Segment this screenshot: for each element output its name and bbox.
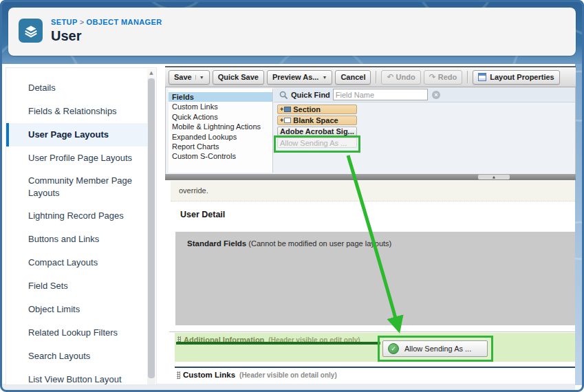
sidebar-item-object-limits[interactable]: Object Limits [6, 298, 149, 321]
standard-fields-text: Standard Fields (Cannot be modified on u… [187, 239, 391, 248]
dropped-field-label: Allow Sending As ... [404, 345, 471, 353]
plus-icon: + [280, 117, 283, 124]
sidebar-item-fields-relationships[interactable]: Fields & Relationships [6, 100, 149, 123]
sidebar-item-details[interactable]: Details [6, 76, 149, 100]
save-label: Save [174, 73, 192, 81]
undo-icon: ↶ [387, 74, 393, 80]
layout-editor-toolbar: Save ▼ Quick Save Preview As... ▼ Cancel… [165, 66, 576, 87]
dropped-field-allow-sending-as[interactable]: ✓ Allow Sending As ... [382, 340, 488, 357]
palette-item-section[interactable]: + Section [277, 105, 357, 114]
custom-links-note: (Header visible on detail only) [239, 371, 337, 379]
preview-as-button[interactable]: Preview As... ▼ [267, 70, 332, 85]
quick-save-button[interactable]: Quick Save [213, 70, 264, 85]
cancel-button[interactable]: Cancel [335, 70, 371, 85]
palette-collapse-bar: ▲ [165, 174, 576, 180]
sidebar-item-user-profile-page-layouts[interactable]: User Profile Page Layouts [6, 146, 149, 170]
custom-links-title: Custom Links [183, 371, 235, 379]
layout-properties-label: Layout Properties [490, 73, 554, 81]
breadcrumb-object-manager-link[interactable]: OBJECT MANAGER [87, 18, 162, 26]
undo-label: Undo [396, 73, 415, 81]
object-manager-sidebar: DetailsFields & RelationshipsUser Page L… [6, 67, 157, 385]
quick-find-input[interactable] [333, 89, 428, 100]
palette-category-mobile-lightning-actions[interactable]: Mobile & Lightning Actions [169, 122, 272, 131]
preview-as-dropdown-icon[interactable]: ▼ [322, 75, 327, 80]
annotation-highlight-box-drop: ✓ Allow Sending As ... [378, 336, 493, 362]
layout-properties-icon [478, 73, 486, 81]
sidebar-item-search-layouts[interactable]: Search Layouts [6, 345, 149, 368]
save-button[interactable]: Save ▼ [169, 70, 210, 85]
additional-information-section: Additional Information (Header visible o… [175, 333, 575, 362]
clear-search-icon[interactable]: × [432, 91, 440, 99]
cancel-label: Cancel [340, 73, 365, 81]
layout-section-title: User Detail [180, 210, 225, 219]
background-right-strip [575, 64, 584, 385]
drag-handle-icon[interactable] [177, 371, 180, 379]
sidebar-item-community-member-page-layouts[interactable]: Community Member Page Layouts [6, 170, 149, 204]
breadcrumb-separator: > [78, 18, 87, 26]
quick-find-row: Quick Find × [274, 87, 575, 102]
palette-item-label: Blank Space [293, 116, 338, 124]
toolbar-separator [376, 71, 376, 83]
layout-properties-button[interactable]: Layout Properties [473, 70, 560, 85]
scroll-up-icon[interactable]: ▲ [147, 69, 155, 78]
standard-fields-section: Standard Fields (Cannot be modified on u… [175, 232, 575, 325]
plus-icon: + [280, 106, 283, 113]
sidebar-item-list-view-button-layout[interactable]: List View Button Layout [6, 368, 149, 391]
palette-item-adobe-acrobat[interactable]: Adobe Acrobat Sig... [277, 127, 357, 136]
palette-category-custom-links[interactable]: Custom Links [169, 102, 272, 111]
layers-icon [23, 23, 39, 39]
standard-fields-title: Standard Fields [187, 239, 246, 248]
annotation-highlight-box-palette [274, 135, 360, 153]
section-divider [169, 331, 575, 332]
palette-item-label: Adobe Acrobat Sig... [280, 127, 354, 135]
quick-find-label: Quick Find [291, 91, 330, 99]
breadcrumb: SETUP>OBJECT MANAGER [51, 18, 162, 26]
search-icon [279, 91, 288, 100]
sidebar-item-lightning-record-pages[interactable]: Lightning Record Pages [6, 204, 149, 228]
sidebar-item-buttons-and-links[interactable]: Buttons and Links [6, 228, 149, 251]
object-manager-icon [19, 19, 43, 43]
palette-item-blank-space[interactable]: + Blank Space [277, 116, 357, 125]
sidebar-item-related-lookup-filters[interactable]: Related Lookup Filters [6, 321, 149, 345]
redo-icon: ↷ [429, 74, 436, 80]
sidebar-item-user-page-layouts[interactable]: User Page Layouts [6, 123, 149, 146]
preview-as-label: Preview As... [272, 73, 318, 81]
palette-item-label: Section [293, 105, 321, 113]
quick-save-label: Quick Save [218, 73, 259, 81]
blank-space-icon [284, 118, 291, 123]
toolbar-separator [467, 71, 468, 83]
check-icon: ✓ [388, 343, 399, 354]
redo-label: Redo [438, 73, 457, 81]
palette-panel: FieldsCustom LinksQuick ActionsMobile & … [165, 87, 576, 174]
sidebar-scrollbar[interactable]: ▲ [147, 69, 155, 384]
custom-links-header: Custom Links (Header visible on detail o… [177, 371, 337, 379]
page-layout-editor-screen: SETUP>OBJECT MANAGER User DetailsFields … [0, 0, 584, 392]
sidebar-item-compact-layouts[interactable]: Compact Layouts [6, 251, 149, 274]
palette-category-quick-actions[interactable]: Quick Actions [169, 112, 272, 122]
palette-category-report-charts[interactable]: Report Charts [169, 142, 272, 151]
palette-category-custom-s-controls[interactable]: Custom S-Controls [169, 151, 272, 161]
page-title: User [51, 28, 81, 44]
sidebar-item-field-sets[interactable]: Field Sets [6, 274, 149, 298]
redo-button[interactable]: ↷ Redo [424, 70, 463, 85]
sidebar-nav: DetailsFields & RelationshipsUser Page L… [6, 76, 149, 391]
section-divider-line [175, 367, 575, 368]
palette-category-fields[interactable]: Fields [169, 92, 272, 102]
collapse-handle[interactable]: ▲ [478, 175, 510, 179]
palette-category-list: FieldsCustom LinksQuick ActionsMobile & … [169, 89, 273, 173]
save-dropdown-icon[interactable]: ▼ [195, 75, 204, 80]
breadcrumb-setup-link[interactable]: SETUP [51, 18, 78, 26]
page-header-card: SETUP>OBJECT MANAGER User [8, 8, 576, 56]
instruction-text: override. [171, 181, 575, 202]
undo-button[interactable]: ↶ Undo [381, 70, 420, 85]
standard-fields-note: (Cannot be modified on user page layouts… [248, 239, 391, 248]
palette-category-expanded-lookups[interactable]: Expanded Lookups [169, 132, 272, 142]
scrollbar-thumb[interactable] [148, 78, 155, 378]
drop-indicator-line [176, 342, 380, 345]
section-icon [284, 107, 291, 112]
